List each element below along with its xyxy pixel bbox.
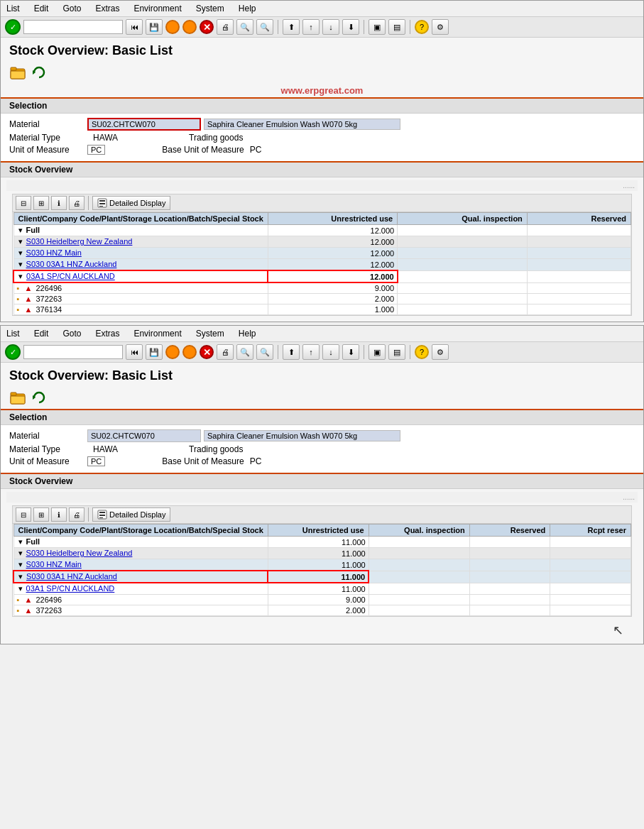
st-expand-btn2[interactable]: ⊞ — [33, 507, 49, 522]
layout-button1b[interactable]: ▣ — [369, 344, 386, 360]
expand-icon-heidelberg2[interactable]: ▾ — [17, 549, 24, 558]
save-button[interactable]: 💾 — [146, 19, 163, 35]
layout-button2b[interactable]: ▤ — [388, 344, 405, 360]
row-label-auckland2: S030 03A1 HNZ Auckland — [26, 572, 117, 581]
layout-button2[interactable]: ▤ — [388, 19, 405, 35]
expand-icon-sp2[interactable]: ▾ — [17, 584, 24, 593]
leaf-icon-372263-1: ▲ — [24, 295, 32, 303]
table-row[interactable]: ▾ 03A1 SP/CN AUCKLAND 11.000 — [13, 583, 631, 595]
st-collapse-btn2[interactable]: ⊟ — [16, 507, 31, 522]
table-row[interactable]: ▾ S030 Heidelberg New Zealand 12.000 — [13, 236, 631, 248]
next-button2[interactable] — [182, 345, 197, 359]
back-fast-button[interactable]: ⏮ — [126, 19, 143, 35]
command-input2[interactable] — [23, 345, 123, 359]
menu2-system[interactable]: System — [193, 327, 227, 340]
st-print-btn2[interactable]: 🖨 — [69, 507, 84, 522]
find2-button[interactable]: 🔍 — [256, 19, 273, 35]
material-input1[interactable] — [87, 118, 201, 131]
help-button[interactable]: ? — [415, 20, 429, 34]
detailed-display-label1: Detailed Display — [109, 199, 165, 207]
table-row[interactable]: ▪ ▲ 372263 2.000 — [13, 294, 631, 304]
table-row[interactable]: ▪ ▲ 226496 9.000 — [13, 595, 631, 605]
table-row[interactable]: ▪ ▲ 226496 9.000 — [13, 282, 631, 294]
st-print-btn1[interactable]: 🖨 — [69, 196, 84, 210]
table-row[interactable]: ▾ Full 12.000 — [13, 225, 631, 236]
val-heidelberg2-q — [369, 548, 469, 559]
detailed-display-button2[interactable]: Detailed Display — [92, 507, 170, 522]
layout-button1[interactable]: ▣ — [369, 19, 386, 35]
menu-item-edit[interactable]: Edit — [31, 2, 52, 15]
prev-button2[interactable] — [165, 345, 180, 359]
st-expand-btn1[interactable]: ⊞ — [33, 196, 49, 210]
expand-icon-auckland1[interactable]: ▾ — [17, 260, 24, 269]
table-row-selected1[interactable]: ▾ 03A1 SP/CN AUCKLAND 12.000 — [13, 270, 631, 282]
folder-icon[interactable] — [9, 64, 26, 81]
menu2-environment[interactable]: Environment — [131, 327, 184, 340]
expand-icon-sp1[interactable]: ▾ — [17, 272, 24, 281]
st-info-btn1[interactable]: ℹ — [51, 196, 67, 210]
next-button[interactable] — [182, 20, 197, 34]
down-last-button2[interactable]: ⬇ — [342, 344, 359, 360]
command-input[interactable] — [23, 20, 123, 34]
menu-item-list[interactable]: List — [4, 2, 23, 15]
menubar1: List Edit Goto Extras Environment System… — [1, 1, 643, 17]
down-button2[interactable]: ↓ — [322, 344, 339, 360]
prev-button[interactable] — [165, 20, 180, 34]
up-button2[interactable]: ↑ — [302, 344, 320, 360]
refresh-icon2[interactable] — [31, 389, 48, 406]
help-button2[interactable]: ? — [415, 345, 429, 359]
ok-button2[interactable]: ✓ — [5, 344, 21, 360]
st-collapse-btn1[interactable]: ⊟ — [16, 196, 31, 210]
table-row[interactable]: ▾ Full 11.000 — [13, 537, 631, 548]
find2-button2[interactable]: 🔍 — [256, 344, 273, 360]
material-type-value2: HAWA — [93, 444, 118, 454]
table-row[interactable]: ▾ S030 Heidelberg New Zealand 11.000 — [13, 548, 631, 559]
settings-button2[interactable]: ⚙ — [432, 344, 449, 360]
table-row[interactable]: ▾ S030 03A1 HNZ Auckland 12.000 — [13, 259, 631, 271]
refresh-icon[interactable] — [31, 64, 48, 81]
up-button[interactable]: ↑ — [302, 19, 320, 35]
menu-item-system[interactable]: System — [193, 2, 227, 15]
menu2-help[interactable]: Help — [236, 327, 259, 340]
settings-button[interactable]: ⚙ — [432, 19, 449, 35]
stop-button2[interactable]: ✕ — [200, 345, 214, 359]
expand-icon-main2[interactable]: ▾ — [17, 560, 24, 569]
menu2-goto[interactable]: Goto — [60, 327, 84, 340]
expand-icon-main1[interactable]: ▾ — [17, 248, 24, 258]
up-first-button[interactable]: ⬆ — [283, 19, 300, 35]
menu-item-help[interactable]: Help — [236, 2, 259, 15]
down-button[interactable]: ↓ — [322, 19, 339, 35]
stop-button[interactable]: ✕ — [200, 20, 214, 34]
menu2-list[interactable]: List — [4, 327, 23, 340]
down-last-button[interactable]: ⬇ — [342, 19, 359, 35]
separator3b — [410, 345, 410, 359]
ok-button[interactable]: ✓ — [5, 19, 21, 35]
find-button[interactable]: 🔍 — [236, 19, 253, 35]
up-first-button2[interactable]: ⬆ — [283, 344, 300, 360]
table-row[interactable]: ▾ S030 HNZ Main 11.000 — [13, 559, 631, 571]
detailed-display-button1[interactable]: Detailed Display — [92, 196, 170, 210]
expand-icon-auckland2[interactable]: ▾ — [17, 572, 24, 581]
menu-item-goto[interactable]: Goto — [60, 2, 84, 15]
expand-icon-full1[interactable]: ▾ — [17, 226, 24, 235]
back-fast-button2[interactable]: ⏮ — [126, 344, 143, 360]
menu2-edit[interactable]: Edit — [31, 327, 52, 340]
table-row[interactable]: ▾ S030 HNZ Main 12.000 — [13, 248, 631, 259]
menu2-extras[interactable]: Extras — [92, 327, 122, 340]
print-button[interactable]: 🖨 — [217, 19, 234, 35]
menu-item-environment[interactable]: Environment — [131, 2, 184, 15]
val-heidelberg1-r — [527, 236, 631, 248]
menu-item-extras[interactable]: Extras — [92, 2, 122, 15]
expand-icon-heidelberg1[interactable]: ▾ — [17, 237, 24, 246]
print-button2[interactable]: 🖨 — [217, 344, 234, 360]
material-input2[interactable] — [87, 429, 201, 442]
table-row-selected2[interactable]: ▾ S030 03A1 HNZ Auckland 11.000 — [13, 571, 631, 583]
st-info-btn2[interactable]: ℹ — [51, 507, 67, 522]
save-button2[interactable]: 💾 — [146, 344, 163, 360]
section-header-selection2: Selection — [1, 409, 643, 425]
table-row[interactable]: ▪ ▲ 376134 1.000 — [13, 304, 631, 315]
find-button2[interactable]: 🔍 — [236, 344, 253, 360]
expand-icon-full2[interactable]: ▾ — [17, 537, 24, 547]
table-row[interactable]: ▪ ▲ 372263 2.000 — [13, 605, 631, 616]
folder-icon2[interactable] — [9, 389, 26, 406]
